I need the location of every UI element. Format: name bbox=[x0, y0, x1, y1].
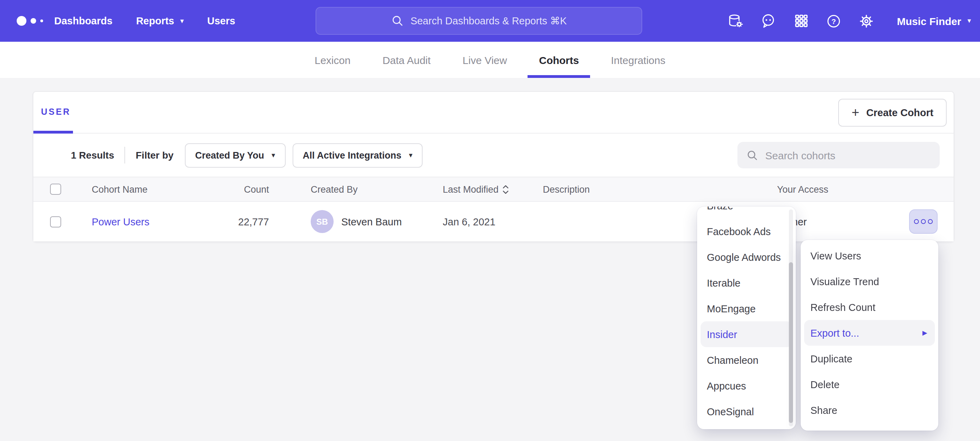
column-header-your-access: Your Access bbox=[777, 184, 954, 195]
menu-item-duplicate[interactable]: Duplicate bbox=[801, 346, 938, 371]
menu-item-braze[interactable]: Braze bbox=[697, 206, 796, 219]
chevron-down-icon: ▾ bbox=[272, 152, 275, 158]
column-header-label: Last Modified bbox=[443, 184, 499, 195]
logo-dot-small bbox=[40, 19, 43, 22]
nav-item-label: Dashboards bbox=[54, 15, 113, 26]
created-by-cell: SB Steven Baum bbox=[311, 210, 443, 233]
tab-integrations[interactable]: Integrations bbox=[611, 42, 665, 78]
results-count: 1 Results bbox=[71, 150, 115, 161]
data-management-icon[interactable] bbox=[728, 13, 744, 29]
nav-item-label: Reports bbox=[136, 15, 175, 26]
column-header-last-modified-sort[interactable]: Last Modified bbox=[443, 184, 509, 195]
filter-row: 1 Results Filter by Created By You ▾ All… bbox=[33, 134, 954, 177]
column-header-cohort-name: Cohort Name bbox=[71, 184, 210, 195]
logo-dot-large bbox=[17, 16, 26, 26]
tab-live-view[interactable]: Live View bbox=[463, 42, 507, 78]
tab-user-cohorts[interactable]: USER bbox=[41, 107, 70, 117]
menu-item-facebook-ads[interactable]: Facebook Ads bbox=[697, 219, 796, 244]
menu-item-google-adwords[interactable]: Google Adwords bbox=[697, 244, 796, 270]
ring-dot-icon bbox=[914, 219, 919, 224]
creator-name: Steven Baum bbox=[341, 216, 402, 227]
tab-data-audit[interactable]: Data Audit bbox=[383, 42, 431, 78]
select-all-checkbox[interactable] bbox=[50, 184, 61, 195]
menu-item-share[interactable]: Share bbox=[801, 397, 938, 423]
search-cohorts-input[interactable]: Search cohorts bbox=[737, 142, 940, 168]
menu-item-iterable[interactable]: Iterable bbox=[697, 270, 796, 296]
cohorts-card: USER + Create Cohort 1 Results Filter by… bbox=[33, 91, 954, 242]
tab-label: Data Audit bbox=[383, 54, 431, 66]
chevron-down-icon: ▾ bbox=[409, 152, 412, 158]
tab-label: Cohorts bbox=[539, 54, 579, 66]
table-row: Power Users 22,777 SB Steven Baum Jan 6,… bbox=[33, 202, 954, 241]
filter-by-label: Filter by bbox=[136, 150, 174, 161]
settings-gear-icon[interactable] bbox=[859, 13, 875, 29]
tab-label: Lexicon bbox=[315, 54, 350, 66]
menu-item-chameleon[interactable]: Chameleon bbox=[697, 347, 796, 373]
create-cohort-label: Create Cohort bbox=[866, 107, 934, 118]
user-tab-underline bbox=[33, 131, 73, 134]
your-access-cell: Owner bbox=[777, 202, 954, 241]
ring-dot-icon bbox=[928, 219, 933, 224]
created-by-filter-value: Created By You bbox=[195, 150, 264, 160]
export-integrations-submenu: Braze Facebook Ads Google Adwords Iterab… bbox=[697, 206, 796, 429]
search-icon bbox=[746, 149, 758, 161]
avatar: SB bbox=[311, 210, 334, 233]
create-cohort-button[interactable]: + Create Cohort bbox=[838, 99, 947, 126]
chevron-down-icon: ▾ bbox=[967, 18, 971, 24]
project-name: Music Finder bbox=[897, 15, 961, 27]
column-header-description: Description bbox=[543, 184, 777, 195]
sort-icon bbox=[503, 185, 509, 194]
search-icon bbox=[391, 14, 404, 27]
global-search-input[interactable]: Search Dashboards & Reports ⌘K bbox=[315, 7, 642, 35]
nav-item-dashboards[interactable]: Dashboards bbox=[54, 15, 113, 26]
column-header-created-by: Created By bbox=[311, 184, 443, 195]
cohort-count: 22,777 bbox=[210, 216, 269, 227]
created-by-filter-dropdown[interactable]: Created By You ▾ bbox=[185, 143, 285, 167]
last-modified-date: Jan 6, 2021 bbox=[443, 216, 543, 227]
submenu-arrow-icon: ▶ bbox=[922, 330, 927, 336]
menu-item-view-users[interactable]: View Users bbox=[801, 243, 938, 268]
menu-item-moengage[interactable]: MoEngage bbox=[697, 296, 796, 321]
logo-dot-medium bbox=[30, 18, 36, 24]
tab-cohorts[interactable]: Cohorts bbox=[539, 42, 579, 78]
help-icon[interactable]: ? bbox=[826, 13, 842, 29]
svg-text:?: ? bbox=[832, 17, 836, 25]
row-checkbox[interactable] bbox=[50, 216, 61, 227]
menu-item-delete[interactable]: Delete bbox=[801, 371, 938, 397]
menu-item-refresh-count[interactable]: Refresh Count bbox=[801, 294, 938, 320]
scrollbar-thumb[interactable] bbox=[789, 262, 793, 423]
menu-item-visualize-trend[interactable]: Visualize Trend bbox=[801, 268, 938, 294]
feedback-bubble-icon[interactable] bbox=[761, 13, 777, 29]
tab-lexicon[interactable]: Lexicon bbox=[315, 42, 350, 78]
table-header: Cohort Name Count Created By Last Modifi… bbox=[33, 177, 954, 202]
nav-item-label: Users bbox=[207, 15, 235, 26]
menu-item-onesignal[interactable]: OneSignal bbox=[697, 399, 796, 424]
row-more-actions-button[interactable] bbox=[909, 209, 938, 234]
mixpanel-logo-icon[interactable] bbox=[17, 0, 43, 42]
tab-label: Live View bbox=[463, 54, 507, 66]
project-switcher[interactable]: Music Finder ▾ bbox=[897, 15, 971, 27]
card-tab-bar: USER + Create Cohort bbox=[33, 92, 954, 134]
nav-item-users[interactable]: Users bbox=[207, 15, 235, 26]
app: Dashboards Reports ▾ Users Search Dashbo… bbox=[0, 0, 980, 441]
topnav-right: ? Music Finder ▾ bbox=[728, 0, 971, 42]
integration-list: Braze Facebook Ads Google Adwords Iterab… bbox=[697, 206, 796, 424]
menu-item-appcues[interactable]: Appcues bbox=[697, 373, 796, 399]
menu-item-insider[interactable]: Insider bbox=[701, 321, 792, 347]
divider bbox=[125, 147, 126, 163]
apps-grid-icon[interactable] bbox=[793, 13, 809, 29]
ring-dot-icon bbox=[921, 219, 926, 224]
chevron-down-icon: ▾ bbox=[180, 18, 183, 24]
integrations-filter-dropdown[interactable]: All Active Integrations ▾ bbox=[292, 143, 423, 167]
nav-item-reports[interactable]: Reports ▾ bbox=[136, 15, 184, 26]
global-search-placeholder: Search Dashboards & Reports ⌘K bbox=[410, 15, 567, 26]
menu-item-label: Export to... bbox=[810, 327, 859, 339]
row-actions-context-menu: View Users Visualize Trend Refresh Count… bbox=[801, 240, 938, 431]
tab-label: Integrations bbox=[611, 54, 665, 66]
top-navbar: Dashboards Reports ▾ Users Search Dashbo… bbox=[0, 0, 980, 42]
secondary-nav: Lexicon Data Audit Live View Cohorts Int… bbox=[0, 42, 980, 78]
active-tab-underline bbox=[528, 75, 590, 78]
cohort-name-link[interactable]: Power Users bbox=[92, 216, 150, 227]
integrations-filter-value: All Active Integrations bbox=[303, 150, 401, 160]
menu-item-export-to[interactable]: Export to... ▶ bbox=[804, 320, 935, 346]
